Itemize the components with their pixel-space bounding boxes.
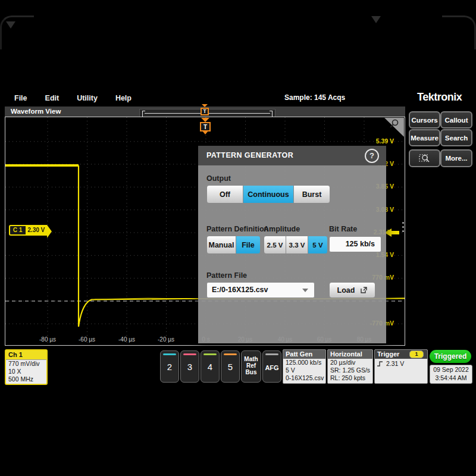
ch4-label: 4 xyxy=(201,362,219,372)
bezel-clip-left xyxy=(6,21,15,29)
dialog-body: Output Off Continuous Burst Pattern Defi… xyxy=(198,165,386,343)
zoom-corner-button[interactable] xyxy=(384,118,404,137)
load-label: Load xyxy=(337,286,355,295)
ch2-button[interactable]: 2 xyxy=(160,350,179,383)
help-icon[interactable]: ? xyxy=(365,149,379,163)
afg-button[interactable]: AFG xyxy=(262,350,281,383)
pattern-generator-dialog: PATTERN GENERATOR ? Output Off Continuou… xyxy=(198,146,386,343)
measure-button[interactable]: Measure xyxy=(409,129,440,146)
screen: File Edit Utility Help Sample: 145 Acqs … xyxy=(0,0,476,476)
trigger-marker-arrow-icon xyxy=(202,104,208,107)
trigger-position-marker-panbar[interactable]: T xyxy=(201,108,209,115)
amplitude-2v5-button[interactable]: 2.5 V xyxy=(264,236,286,254)
sample-status: Sample: 145 Acqs xyxy=(284,93,345,102)
pattern-file-button[interactable]: File xyxy=(236,236,261,254)
output-button-group: Off Continuous Burst xyxy=(206,185,330,203)
ch4-button[interactable]: 4 xyxy=(201,350,220,383)
t-label: -60 µs xyxy=(72,336,102,343)
patt-gen-badge[interactable]: Patt Gen 125.000 kb/s 5 V 0-16X125.csv xyxy=(283,349,326,384)
ch1-badge[interactable]: Ch 1 770 mV/div 10 X 500 MHz xyxy=(5,349,48,385)
datetime-display: 09 Sep 2022 3:54:44 AM xyxy=(430,365,472,384)
ch1-scale: 770 mV/div xyxy=(6,360,46,368)
trigger-title: Trigger xyxy=(377,350,399,359)
patt-gen-rate: 125.000 kb/s xyxy=(283,359,325,367)
waveform-view-tab-bar: Waveform View T xyxy=(5,107,405,117)
ch1-badge-name: C 1 xyxy=(9,225,26,236)
dialog-title-bar[interactable]: PATTERN GENERATOR ? xyxy=(198,146,386,165)
external-link-icon xyxy=(361,287,367,293)
ch3-color-bar xyxy=(183,353,196,355)
ch3-button[interactable]: 3 xyxy=(180,350,199,383)
ch3-label: 3 xyxy=(181,362,199,372)
ch1-probe: 10 X xyxy=(6,368,46,375)
load-button[interactable]: Load xyxy=(329,282,375,298)
search-button[interactable]: Search xyxy=(440,129,472,146)
math-ref-bus-button[interactable]: Math Ref Bus xyxy=(241,350,261,383)
pattern-file-label: Pattern File xyxy=(206,271,247,280)
bezel-corner-right xyxy=(442,15,476,49)
more-button[interactable]: More... xyxy=(440,149,472,167)
afg-color-bar xyxy=(265,353,278,355)
scope-resize-grip[interactable] xyxy=(402,222,405,232)
svg-text:T: T xyxy=(203,124,207,130)
ch5-color-bar xyxy=(224,353,237,355)
t-label: -40 µs xyxy=(112,336,142,343)
ch1-badge-value: 2.30 V xyxy=(26,225,48,236)
output-label: Output xyxy=(206,174,231,183)
menu-help[interactable]: Help xyxy=(115,92,131,105)
pattern-definition-group: Manual File xyxy=(206,236,261,254)
zoom-box-icon xyxy=(418,153,431,164)
menu-edit[interactable]: Edit xyxy=(45,92,60,105)
tektronix-logo: Tektronix xyxy=(417,91,462,104)
patt-gen-title: Patt Gen xyxy=(283,350,325,359)
ch5-button[interactable]: 5 xyxy=(221,350,240,383)
ch1-badge-arrow-icon xyxy=(47,225,52,238)
ch4-color-bar xyxy=(203,353,217,355)
amplitude-label: Amplitude xyxy=(264,225,300,233)
horizontal-scale: 20 µs/div xyxy=(328,359,372,367)
pattern-manual-button[interactable]: Manual xyxy=(206,236,236,254)
bit-rate-label: Bit Rate xyxy=(329,225,357,233)
amplitude-group: 2.5 V 3.3 V 5 V xyxy=(264,236,328,254)
patt-gen-amplitude: 5 V xyxy=(283,367,325,374)
pattern-file-dropdown[interactable]: E:/0-16X125.csv xyxy=(206,282,315,298)
menu-bar: File Edit Utility Help xyxy=(5,90,471,106)
dialog-title: PATTERN GENERATOR xyxy=(206,151,293,159)
horizontal-badge[interactable]: Horizontal 20 µs/div SR: 1.25 GS/s RL: 2… xyxy=(327,349,373,384)
menu-utility[interactable]: Utility xyxy=(77,92,98,105)
triggered-status-badge: Triggered xyxy=(430,350,471,363)
ch1-name: Ch 1 xyxy=(6,350,46,360)
amplitude-3v3-button[interactable]: 3.3 V xyxy=(286,236,308,254)
trigger-position-marker[interactable]: T xyxy=(201,118,210,134)
pattern-file-value: E:/0-16X125.csv xyxy=(212,286,268,294)
output-continuous-button[interactable]: Continuous xyxy=(243,185,294,203)
bezel-clip-right xyxy=(371,16,381,23)
trigger-source-badge: 1 xyxy=(409,350,424,358)
callout-button[interactable]: Callout xyxy=(440,111,472,129)
bit-rate-field[interactable]: 125 kb/s xyxy=(329,236,381,252)
cursors-button[interactable]: Cursors xyxy=(409,111,440,129)
ch1-level-badge[interactable]: C 1 2.30 V xyxy=(9,225,52,236)
patt-gen-file: 0-16X125.csv xyxy=(283,374,325,382)
afg-label: AFG xyxy=(263,364,281,371)
rising-edge-icon xyxy=(377,361,383,367)
bezel-corner-left xyxy=(0,15,34,49)
horizontal-rl: RL: 250 kpts xyxy=(328,374,372,382)
trigger-level: 2.31 V xyxy=(386,360,404,368)
time-text: 3:54:44 AM xyxy=(430,374,472,382)
trigger-badge[interactable]: Trigger 1 2.31 V xyxy=(374,349,428,384)
v-label: 5.39 V xyxy=(363,137,394,145)
math-ref-bus-label: Math Ref Bus xyxy=(242,356,261,375)
horizontal-title: Horizontal xyxy=(328,350,372,359)
t-label: -80 µs xyxy=(33,336,62,343)
amplitude-5v-button[interactable]: 5 V xyxy=(308,236,328,254)
pattern-definition-label: Pattern Definition xyxy=(206,225,268,233)
output-off-button[interactable]: Off xyxy=(206,185,243,203)
waveform-view-tab[interactable]: Waveform View xyxy=(11,108,61,115)
status-bar: Ch 1 770 mV/div 10 X 500 MHz 2 3 4 5 Mat… xyxy=(0,347,476,385)
output-burst-button[interactable]: Burst xyxy=(293,185,330,203)
zoom-mode-button[interactable] xyxy=(409,149,440,167)
ch2-label: 2 xyxy=(161,362,178,372)
menu-file[interactable]: File xyxy=(14,92,27,105)
horizontal-sr: SR: 1.25 GS/s xyxy=(328,367,372,374)
